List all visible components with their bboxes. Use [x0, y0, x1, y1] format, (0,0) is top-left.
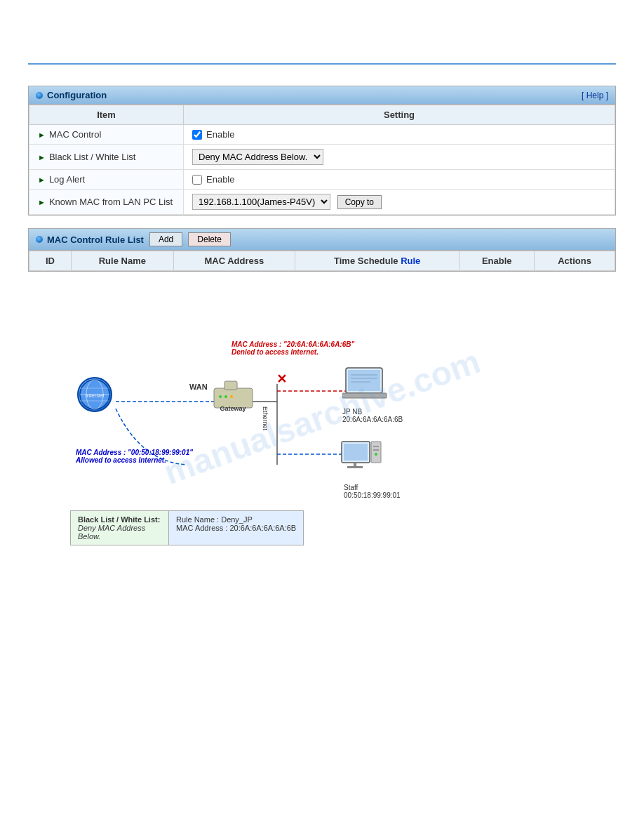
add-button[interactable]: Add — [149, 232, 182, 246]
blacklist-label: ► Black List / White List — [38, 152, 175, 162]
mac-allowed-line1: MAC Address : "00:50:18:99:99:01" — [76, 449, 193, 456]
svg-rect-26 — [347, 466, 363, 468]
wan-label: WAN — [189, 383, 208, 391]
mac-control-checkbox[interactable] — [192, 130, 202, 140]
info-left-title: Black List / White List: — [78, 515, 161, 524]
help-link[interactable]: [ Help ] — [582, 91, 608, 100]
row-mac-control: ► MAC Control Enable — [29, 125, 615, 145]
config-header: Configuration [ Help ] — [29, 86, 615, 105]
col-setting: Setting — [184, 105, 615, 125]
svg-rect-22 — [342, 393, 387, 398]
log-alert-enable-label: Enable — [206, 174, 234, 185]
time-rule-link[interactable]: Rule — [401, 256, 420, 266]
bullet-icon — [36, 92, 43, 99]
mac-allowed-annotation: MAC Address : "00:50:18:99:99:01" Allowe… — [76, 449, 193, 464]
mac-control-setting: Enable — [192, 129, 606, 140]
svg-rect-28 — [373, 446, 379, 447]
known-mac-text: Known MAC from LAN PC List — [49, 197, 173, 207]
arrow-icon-3: ► — [38, 176, 46, 184]
config-title: Configuration — [36, 90, 107, 100]
svg-rect-12 — [224, 381, 237, 390]
row-blacklist: ► Black List / White List Deny MAC Addre… — [29, 145, 615, 170]
arrow-icon-4: ► — [38, 198, 46, 206]
mac-allowed-line2: Allowed to access Internet. — [76, 456, 193, 464]
svg-text:Internet: Internet — [85, 392, 105, 399]
jp-nb-mac: 20:6A:6A:6A:6A:6B — [342, 416, 403, 423]
svg-rect-29 — [373, 449, 379, 451]
config-title-text: Configuration — [47, 90, 107, 100]
arrow-icon: ► — [38, 131, 46, 139]
rule-table: ID Rule Name MAC Address Time Schedule R… — [29, 251, 615, 271]
col-id: ID — [29, 251, 72, 271]
top-divider — [28, 63, 616, 65]
col-actions: Actions — [535, 251, 615, 271]
blacklist-text: Black List / White List — [49, 152, 136, 162]
row-log-alert: ► Log Alert Enable — [29, 170, 615, 190]
page-content: Configuration [ Help ] Item Setting ► MA… — [0, 79, 644, 552]
info-left: Black List / White List: Deny MAC Addres… — [71, 511, 169, 545]
row-known-mac: ► Known MAC from LAN PC List 192.168.1.1… — [29, 190, 615, 215]
x-mark: ✕ — [276, 371, 287, 387]
svg-rect-27 — [371, 442, 381, 463]
config-section: Configuration [ Help ] Item Setting ► MA… — [28, 86, 616, 216]
copy-to-button[interactable]: Copy to — [337, 195, 382, 209]
diagram-box: Internet WAN Gateway — [70, 293, 421, 503]
desktop-device — [340, 440, 386, 484]
col-time-schedule: Time Schedule Rule — [295, 251, 459, 271]
info-left-content: Deny MAC Address Below. — [78, 524, 161, 541]
rule-title: MAC Control Rule List — [36, 234, 144, 245]
mac-denied-line1: MAC Address : "20:6A:6A:6A:6A:6B" — [232, 340, 354, 348]
svg-rect-25 — [354, 463, 356, 466]
mac-control-enable-label: Enable — [206, 129, 234, 140]
col-item: Item — [29, 105, 184, 125]
rule-header: MAC Control Rule List Add Delete — [29, 229, 615, 251]
log-alert-setting: Enable — [192, 174, 606, 185]
delete-button[interactable]: Delete — [188, 232, 231, 246]
mac-denied-annotation: MAC Address : "20:6A:6A:6A:6A:6B" Denied… — [232, 340, 354, 356]
col-enable: Enable — [459, 251, 535, 271]
jp-nb-text: JP NB — [342, 408, 403, 416]
log-alert-checkbox[interactable] — [192, 175, 202, 185]
config-table: Item Setting ► MAC Control — [29, 105, 615, 215]
mac-control-text: MAC Control — [49, 129, 101, 140]
log-alert-label: ► Log Alert — [38, 174, 175, 185]
info-right-line2: MAC Address : 20:6A:6A:6A:6A:6B — [176, 524, 296, 532]
rule-bullet-icon — [36, 236, 43, 243]
svg-text:Gateway: Gateway — [220, 405, 246, 412]
svg-point-30 — [375, 453, 377, 456]
known-mac-select[interactable]: 192.168.1.100(James-P45V) — [192, 194, 330, 210]
known-mac-label: ► Known MAC from LAN PC List — [38, 197, 175, 207]
svg-point-13 — [219, 395, 222, 398]
laptop-device — [342, 366, 388, 407]
staff-text: Staff — [344, 484, 401, 491]
gateway-device: Gateway — [210, 376, 260, 416]
diagram-section: Internet WAN Gateway — [70, 293, 421, 545]
jp-nb-label: JP NB 20:6A:6A:6A:6A:6B — [342, 408, 403, 423]
log-alert-text: Log Alert — [49, 174, 85, 185]
col-rule-name: Rule Name — [72, 251, 174, 271]
rule-section: MAC Control Rule List Add Delete ID Rule… — [28, 228, 616, 272]
staff-mac: 00:50:18:99:99:01 — [344, 491, 401, 499]
staff-label: Staff 00:50:18:99:99:01 — [344, 484, 401, 499]
mac-control-label: ► MAC Control — [38, 129, 175, 140]
info-right: Rule Name : Deny_JP MAC Address : 20:6A:… — [169, 511, 303, 545]
info-right-line1: Rule Name : Deny_JP — [176, 515, 296, 524]
svg-point-15 — [230, 395, 233, 398]
info-box: Black List / White List: Deny MAC Addres… — [70, 510, 304, 545]
svg-point-14 — [224, 395, 227, 398]
globe-circle: Internet — [77, 377, 112, 412]
mac-denied-line2: Denied to access Internet. — [232, 348, 354, 356]
col-mac-address: MAC Address — [173, 251, 295, 271]
rule-title-text: MAC Control Rule List — [47, 234, 144, 245]
ethernet-label: Ethernet — [262, 406, 269, 430]
internet-globe: Internet — [77, 377, 119, 419]
svg-rect-24 — [344, 444, 368, 461]
arrow-icon-2: ► — [38, 153, 46, 161]
blacklist-select[interactable]: Deny MAC Address Below. Allow MAC Addres… — [192, 149, 323, 165]
svg-rect-18 — [348, 370, 380, 391]
